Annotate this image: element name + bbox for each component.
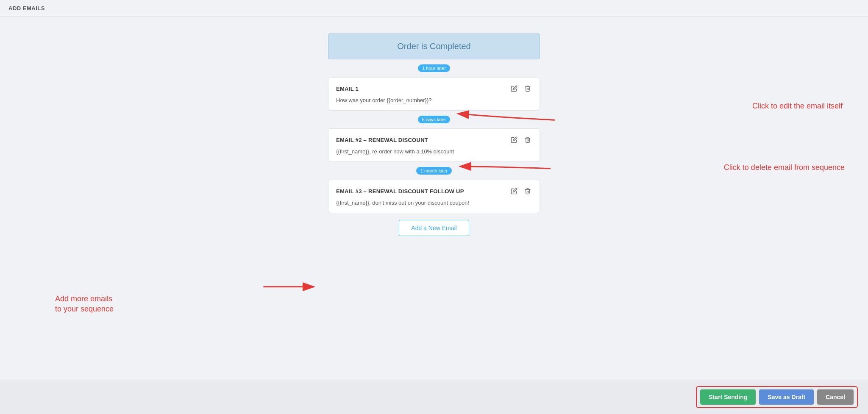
- email-1-edit-button[interactable]: [510, 84, 518, 93]
- email-card-1-actions: [510, 84, 532, 93]
- page-title: ADD EMAILS: [8, 5, 45, 11]
- pencil-icon: [511, 188, 517, 194]
- trigger-label: Order is Completed: [397, 42, 470, 51]
- sequence-item-2: 5 days later EMAIL #2 – RENEWAL DISCOUNT…: [328, 111, 540, 162]
- email-1-delete-button[interactable]: [523, 84, 532, 93]
- cancel-button[interactable]: Cancel: [817, 389, 854, 405]
- start-sending-button[interactable]: Start Sending: [700, 389, 756, 405]
- footer-actions-wrapper: Start Sending Save as Draft Cancel: [696, 386, 858, 408]
- annotation-add: Add more emails to your sequence: [55, 294, 114, 314]
- email-card-1-body: How was your order {{order_number}}?: [336, 97, 532, 103]
- main-content: Order is Completed 1 hour later EMAIL 1: [0, 17, 868, 380]
- save-draft-button[interactable]: Save as Draft: [759, 389, 814, 405]
- pencil-icon: [511, 136, 517, 143]
- trash-icon: [524, 136, 531, 143]
- delay-badge-2: 5 days later: [418, 116, 451, 123]
- email-3-edit-button[interactable]: [510, 187, 518, 195]
- sequence-item-3: 1 month later EMAIL #3 – RENEWAL DISCOUN…: [328, 162, 540, 213]
- annotation-edit: Click to edit the email itself: [752, 101, 843, 111]
- annotation-edit-text: Click to edit the email itself: [752, 102, 843, 110]
- footer-bar: Start Sending Save as Draft Cancel: [0, 380, 868, 414]
- email-card-3-title: EMAIL #3 – RENEWAL DISCOUNT FOLLOW UP: [336, 188, 464, 194]
- email-card-2-header: EMAIL #2 – RENEWAL DISCOUNT: [336, 136, 532, 144]
- pencil-icon: [511, 85, 517, 92]
- email-card-3: EMAIL #3 – RENEWAL DISCOUNT FOLLOW UP {{…: [328, 180, 540, 213]
- add-new-email-button[interactable]: Add a New Email: [399, 220, 469, 236]
- email-card-2-body: {{first_name}}, re-order now with a 10% …: [336, 148, 532, 155]
- email-card-1-title: EMAIL 1: [336, 86, 359, 92]
- email-2-edit-button[interactable]: [510, 136, 518, 144]
- email-card-2-actions: [510, 136, 532, 144]
- email-card-3-body: {{first_name}}, don't miss out on your d…: [336, 200, 532, 206]
- email-3-delete-button[interactable]: [523, 187, 532, 195]
- delay-badge-3: 1 month later: [416, 167, 452, 175]
- email-card-3-header: EMAIL #3 – RENEWAL DISCOUNT FOLLOW UP: [336, 187, 532, 195]
- annotation-add-text: Add more emails to your sequence: [55, 295, 114, 313]
- email-card-3-actions: [510, 187, 532, 195]
- trigger-block: Order is Completed: [328, 33, 540, 59]
- annotation-delete: Click to delete email from sequence: [724, 163, 845, 172]
- trash-icon: [524, 188, 531, 194]
- trash-icon: [524, 85, 531, 92]
- email-card-2: EMAIL #2 – RENEWAL DISCOUNT {{first_name…: [328, 128, 540, 162]
- sequence-container: Order is Completed 1 hour later EMAIL 1: [328, 33, 540, 236]
- email-card-2-title: EMAIL #2 – RENEWAL DISCOUNT: [336, 137, 428, 143]
- email-2-delete-button[interactable]: [523, 136, 532, 144]
- email-card-1: EMAIL 1 How was your order {{order_numbe…: [328, 77, 540, 111]
- annotation-delete-text: Click to delete email from sequence: [724, 163, 845, 172]
- delay-badge-1: 1 hour later: [418, 64, 450, 72]
- sequence-item-1: 1 hour later EMAIL 1 How was your order …: [328, 59, 540, 111]
- page-header: ADD EMAILS: [0, 0, 868, 17]
- email-card-1-header: EMAIL 1: [336, 84, 532, 93]
